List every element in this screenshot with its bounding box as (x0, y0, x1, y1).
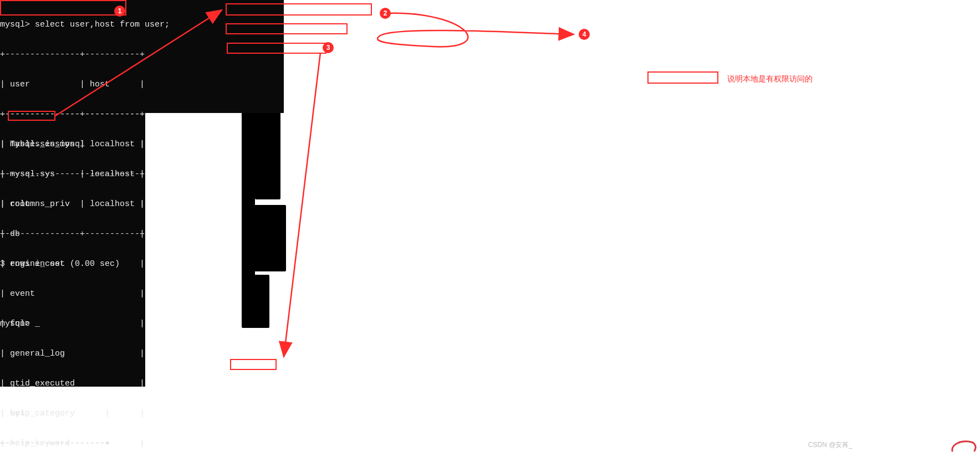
step-badge-4: 4 (579, 29, 590, 40)
list-item: | help_category | (0, 409, 145, 419)
list-item: | gtid_executed | (0, 379, 145, 389)
table-row: | root | localhost | (0, 199, 284, 209)
list-item: | help_keyword | (0, 439, 145, 449)
table-row: | mysql.sys | localhost | (0, 170, 284, 179)
list-item: | general_log | (0, 349, 145, 359)
csdn-logo-icon (950, 439, 977, 452)
step-badge-2: 2 (380, 8, 391, 19)
mysql-prompt: mysql> (0, 20, 35, 29)
separator: +---------------+-----------+ (0, 229, 284, 239)
highlight-box-user-table (230, 359, 277, 370)
blank-line (0, 289, 284, 299)
annotation-localhost: 说明本地是有权限访问的 (727, 74, 813, 83)
cmd-select-user: select user,host from user; (35, 20, 170, 29)
separator: +---------------+-----------+ (0, 50, 284, 60)
step-badge-3: 3 (323, 42, 334, 53)
table-row: | mysql.session | localhost | (0, 140, 284, 150)
table-header: | user | host | (0, 80, 284, 90)
terminal-select-user: mysql> select user,host from user; +----… (0, 0, 284, 113)
highlight-box-localhost (647, 71, 718, 84)
mysql-prompt-next: mysql> _ (0, 319, 284, 329)
arrow-3-to-user (284, 53, 320, 357)
arrow-2-to-4 (377, 13, 574, 47)
watermark-text: CSDN @安苒_ (808, 441, 853, 449)
separator: +---------------+-----------+ (0, 110, 284, 120)
result-footer: 3 rows in set (0.00 sec) (0, 259, 284, 269)
